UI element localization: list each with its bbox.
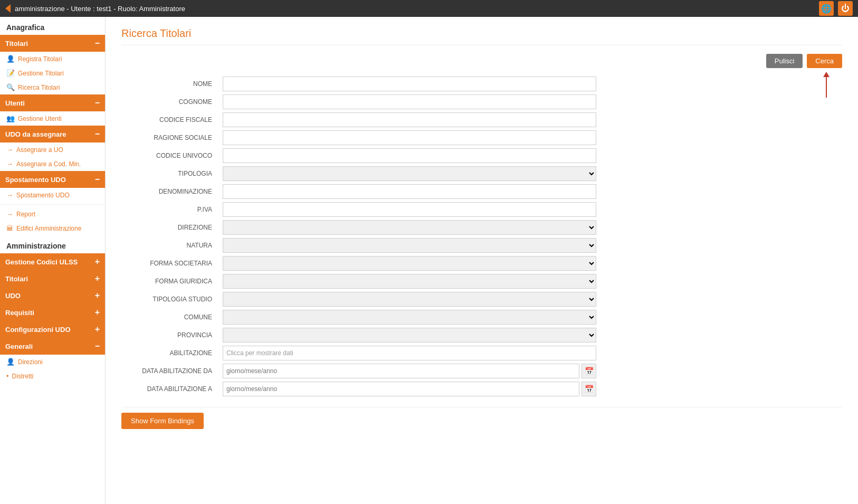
show-form-bindings-button[interactable]: Show Form Bindings — [121, 413, 204, 429]
sidebar-item-label: Gestione Utenti — [18, 115, 62, 122]
provincia-select[interactable] — [223, 328, 596, 343]
piva-label: P.IVA — [121, 206, 216, 213]
forma-societaria-select[interactable] — [223, 256, 596, 271]
sidebar-group-titolari-top-label: Titolari — [5, 40, 28, 47]
anagrafica-title: Anagrafica — [0, 17, 105, 35]
denominazione-input[interactable] — [223, 184, 596, 199]
sidebar-group-generali-toggle: − — [95, 341, 100, 351]
sidebar-item-report[interactable]: → Report — [0, 207, 105, 221]
sidebar-group-udo-label: UDO — [5, 292, 21, 300]
sidebar-item-gestione-titolari[interactable]: 📝 Gestione Titolari — [0, 66, 105, 80]
tipologia-label: TIPOLOGIA — [121, 170, 216, 177]
denominazione-label: DENOMINAZIONE — [121, 188, 216, 195]
sidebar-group-utenti[interactable]: Utenti − — [0, 94, 105, 111]
person-icon: 👤 — [6, 55, 15, 63]
back-arrow-icon[interactable] — [5, 4, 11, 13]
sidebar-group-udo-assegnare[interactable]: UDO da assegnare − — [0, 126, 105, 142]
data-abilitazione-da-input[interactable] — [223, 364, 579, 378]
provincia-label: PROVINCIA — [121, 331, 216, 339]
person-icon: 👤 — [6, 358, 15, 366]
arrow-icon: → — [6, 160, 13, 168]
calendar-icon[interactable]: 📅 — [581, 364, 596, 378]
edit-icon: 📝 — [6, 69, 15, 77]
calendar-icon-2[interactable]: 📅 — [581, 382, 596, 396]
globe-button[interactable]: 🌐 — [819, 1, 834, 16]
codice-univoco-label: CODICE UNIVOCO — [121, 152, 216, 159]
sidebar-item-distretti[interactable]: • Distretti — [0, 369, 105, 383]
sidebar-group-config-udo-label: Configurazioni UDO — [5, 326, 71, 334]
comune-select[interactable] — [223, 310, 596, 325]
direzione-label: DIREZIONE — [121, 224, 216, 231]
sidebar-item-label: Ricerca Titolari — [18, 84, 60, 91]
sidebar-item-direzioni[interactable]: 👤 Direzioni — [0, 355, 105, 369]
sidebar-item-assegnare-uo[interactable]: → Assegnare a UO — [0, 142, 105, 157]
main-content: Ricerca Titolari Pulisci Cerca NOME COGN… — [106, 17, 858, 504]
red-arrow-indicator — [823, 72, 830, 98]
data-abilitazione-da-wrapper: 📅 — [223, 364, 596, 378]
natura-label: NATURA — [121, 242, 216, 249]
sidebar-item-gestione-utenti[interactable]: 👥 Gestione Utenti — [0, 111, 105, 126]
arrow-icon: → — [6, 191, 13, 199]
abilitazione-label: ABILITAZIONE — [121, 349, 216, 357]
direzione-select[interactable] — [223, 220, 596, 235]
data-abilitazione-da-label: DATA ABILITAZIONE DA — [121, 367, 216, 375]
sidebar-group-requisiti[interactable]: Requisiti + — [0, 304, 105, 321]
sidebar-group-requisiti-toggle: + — [95, 308, 100, 317]
tipologia-studio-select[interactable] — [223, 292, 596, 307]
sidebar-item-assegnare-cod-min[interactable]: → Assegnare a Cod. Min. — [0, 157, 105, 171]
sidebar-item-ricerca-titolari[interactable]: 🔍 Ricerca Titolari — [0, 80, 105, 94]
sidebar-group-udo-assegnare-toggle: − — [95, 129, 100, 139]
sidebar-group-requisiti-label: Requisiti — [5, 309, 34, 317]
sidebar-group-gestione-codici[interactable]: Gestione Codici ULSS + — [0, 253, 105, 270]
sidebar-group-titolari-top[interactable]: Titolari − — [0, 35, 105, 52]
pulisci-button[interactable]: Pulisci — [766, 54, 803, 68]
power-button[interactable]: ⏻ — [838, 1, 853, 16]
sidebar-group-generali-label: Generali — [5, 343, 33, 350]
forma-giuridica-label: FORMA GIURIDICA — [121, 278, 216, 285]
comune-label: COMUNE — [121, 313, 216, 321]
persons-icon: 👥 — [6, 115, 15, 122]
tipologia-studio-label: TIPOLOGIA STUDIO — [121, 296, 216, 303]
data-abilitazione-a-input[interactable] — [223, 382, 579, 396]
data-abilitazione-a-wrapper: 📅 — [223, 382, 596, 396]
toolbar: Pulisci Cerca — [121, 54, 842, 68]
sidebar-group-udo[interactable]: UDO + — [0, 287, 105, 304]
app-title: amministrazione - Utente : test1 - Ruolo… — [15, 5, 815, 13]
sidebar-divider — [0, 204, 105, 205]
codice-univoco-input[interactable] — [223, 148, 596, 163]
sidebar-item-edifici[interactable]: 🏛 Edifici Amministrazione — [0, 221, 105, 235]
nome-input[interactable] — [223, 77, 596, 91]
sidebar-group-spostamento-udo[interactable]: Spostamento UDO − — [0, 171, 105, 188]
sidebar-group-udo-assegnare-label: UDO da assegnare — [5, 130, 66, 138]
codice-fiscale-input[interactable] — [223, 112, 596, 127]
sidebar-item-spostamento-udo[interactable]: → Spostamento UDO — [0, 188, 105, 202]
arrow-icon: → — [6, 146, 13, 154]
sidebar-item-label: Edifici Amministrazione — [16, 225, 81, 232]
sidebar: Anagrafica Titolari − 👤 Registra Titolar… — [0, 17, 106, 504]
sidebar-item-label: Spostamento UDO — [16, 192, 70, 199]
forma-giuridica-select[interactable] — [223, 274, 596, 289]
top-bar: amministrazione - Utente : test1 - Ruolo… — [0, 0, 858, 17]
ragione-sociale-label: RAGIONE SOCIALE — [121, 134, 216, 141]
sidebar-group-titolari-bottom-label: Titolari — [5, 275, 28, 283]
cognome-label: COGNOME — [121, 98, 216, 106]
cerca-button[interactable]: Cerca — [807, 54, 842, 68]
natura-select[interactable] — [223, 238, 596, 253]
sidebar-group-titolari-top-toggle: − — [95, 39, 100, 48]
forma-societaria-label: FORMA SOCIETARIA — [121, 260, 216, 267]
nome-label: NOME — [121, 80, 216, 88]
abilitazione-input[interactable]: Clicca per mostrare dati — [223, 346, 596, 360]
sidebar-group-titolari-bottom[interactable]: Titolari + — [0, 270, 105, 287]
sidebar-item-registra-titolari[interactable]: 👤 Registra Titolari — [0, 52, 105, 66]
tipologia-select[interactable] — [223, 166, 596, 181]
ragione-sociale-input[interactable] — [223, 130, 596, 145]
arrow-line — [826, 77, 827, 98]
sidebar-group-generali[interactable]: Generali − — [0, 338, 105, 355]
sidebar-group-config-udo[interactable]: Configurazioni UDO + — [0, 321, 105, 338]
bottom-toolbar: Show Form Bindings — [121, 407, 842, 429]
sidebar-item-label: Direzioni — [18, 358, 43, 366]
cognome-input[interactable] — [223, 94, 596, 109]
piva-input[interactable] — [223, 202, 596, 217]
sidebar-item-label: Registra Titolari — [18, 55, 62, 63]
amministrazione-title: Amministrazione — [0, 235, 105, 253]
